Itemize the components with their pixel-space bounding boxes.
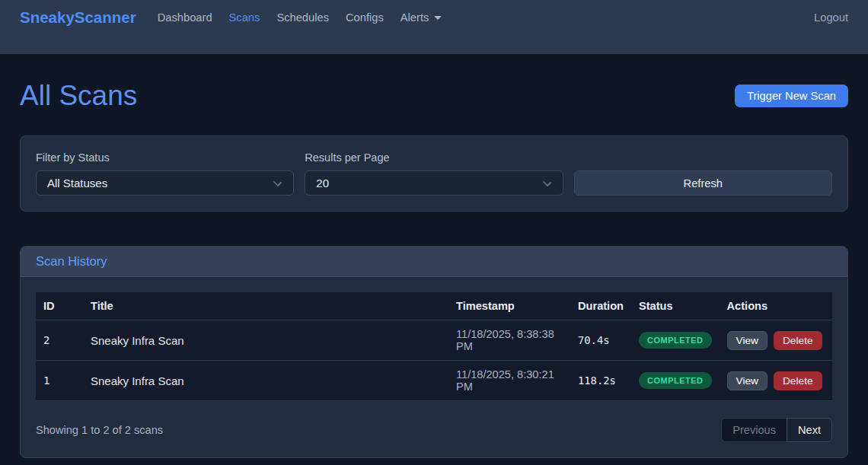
trigger-new-scan-button[interactable]: Trigger New Scan (735, 84, 848, 107)
results-summary: Showing 1 to 2 of 2 scans (36, 424, 163, 436)
filter-perpage-column: Results per Page 20 (305, 151, 563, 196)
navbar: SneakyScanner Dashboard Scans Schedules … (0, 0, 868, 54)
refresh-button[interactable]: Refresh (574, 170, 832, 196)
scan-history-table: ID Title Timestamp Duration Status Actio… (36, 292, 832, 401)
per-page-value: 20 (316, 177, 329, 190)
column-header-title: Title (83, 292, 448, 320)
scan-timestamp: 11/18/2025, 8:30:21 PM (448, 361, 570, 401)
caret-down-icon (434, 16, 442, 20)
main-nav: Dashboard Scans Schedules Configs Alerts (152, 8, 453, 27)
column-header-actions: Actions (720, 292, 832, 320)
scan-history-card-body: ID Title Timestamp Duration Status Actio… (21, 277, 847, 457)
filter-refresh-column: Refresh (574, 151, 832, 196)
scan-title: Sneaky Infra Scan (83, 320, 448, 361)
nav-item-alerts-label: Alerts (400, 11, 429, 24)
nav-item-dashboard[interactable]: Dashboard (152, 8, 219, 27)
scan-duration: 118.2s (570, 361, 631, 401)
filter-card: Filter by Status All Statuses Results pe… (20, 135, 848, 212)
delete-button[interactable]: Delete (774, 371, 822, 390)
filter-status-label: Filter by Status (36, 151, 294, 164)
logout-link[interactable]: Logout (814, 11, 848, 24)
status-filter-select[interactable]: All Statuses (36, 170, 294, 196)
scan-duration: 70.4s (570, 320, 631, 361)
table-row: 2 Sneaky Infra Scan 11/18/2025, 8:38:38 … (36, 320, 832, 361)
nav-item-configs[interactable]: Configs (340, 8, 390, 27)
navbar-row: SneakyScanner Dashboard Scans Schedules … (20, 0, 848, 35)
scan-id: 2 (36, 320, 83, 361)
scan-id: 1 (36, 361, 83, 401)
page-title: All Scans (20, 79, 137, 113)
scan-history-card: Scan History ID Title Timestamp Duration… (20, 246, 848, 458)
table-footer: Showing 1 to 2 of 2 scans Previous Next (36, 418, 832, 442)
column-header-status: Status (631, 292, 720, 320)
status-filter-value: All Statuses (47, 177, 107, 190)
filter-status-column: Filter by Status All Statuses (36, 151, 294, 196)
table-row: 1 Sneaky Infra Scan 11/18/2025, 8:30:21 … (36, 361, 832, 401)
scan-timestamp: 11/18/2025, 8:38:38 PM (448, 320, 570, 361)
nav-item-scans[interactable]: Scans (223, 8, 266, 27)
table-header-row: ID Title Timestamp Duration Status Actio… (36, 292, 832, 320)
nav-item-schedules[interactable]: Schedules (270, 8, 335, 27)
status-badge: COMPLETED (639, 372, 712, 389)
status-badge: COMPLETED (639, 332, 712, 349)
pagination: Previous Next (721, 418, 832, 442)
previous-page-button[interactable]: Previous (721, 418, 787, 442)
scan-title: Sneaky Infra Scan (83, 361, 448, 401)
per-page-label: Results per Page (305, 151, 563, 164)
view-button[interactable]: View (727, 331, 767, 350)
column-header-timestamp: Timestamp (448, 292, 570, 320)
column-header-duration: Duration (570, 292, 631, 320)
next-page-button[interactable]: Next (787, 418, 832, 442)
nav-item-alerts[interactable]: Alerts (394, 8, 448, 27)
delete-button[interactable]: Delete (774, 331, 822, 350)
view-button[interactable]: View (727, 371, 767, 390)
column-header-id: ID (36, 292, 83, 320)
brand-logo[interactable]: SneakyScanner (20, 8, 136, 27)
scan-history-card-title: Scan History (21, 247, 847, 277)
page-content: All Scans Trigger New Scan Filter by Sta… (0, 54, 868, 458)
chevron-down-icon (273, 178, 282, 186)
per-page-select[interactable]: 20 (305, 170, 563, 196)
chevron-down-icon (542, 178, 550, 186)
page-header: All Scans Trigger New Scan (20, 79, 848, 113)
